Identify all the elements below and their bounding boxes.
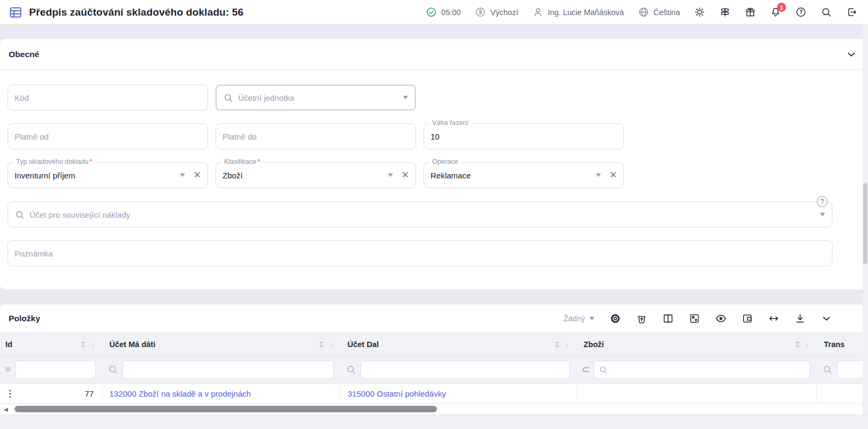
ucet-dal-link[interactable]: 315000 Ostatní pohledávky — [348, 389, 446, 398]
cell-trans — [817, 384, 868, 403]
table-row[interactable]: ⋮ 77 132000 Zboží na skladě a v prodejná… — [0, 384, 868, 404]
search-operator-icon[interactable] — [822, 364, 832, 375]
ucet-ma-dati-link[interactable]: 132000 Zboží na skladě a v prodejnách — [109, 389, 251, 398]
grid-settings-gear-icon[interactable] — [609, 313, 621, 324]
signpost-icon[interactable] — [719, 6, 731, 18]
typ-dokladu-field[interactable]: Typ skladového dokladu * Inventurní příj… — [8, 162, 208, 188]
gift-icon[interactable] — [745, 6, 756, 18]
items-section-title: Položky — [9, 314, 40, 323]
group-by-selector[interactable]: Žádný — [564, 314, 595, 323]
column-header-id[interactable]: Id Σ ⋮ — [0, 333, 102, 355]
trash-restore-icon[interactable] — [636, 313, 648, 324]
chevron-down-icon — [402, 95, 408, 100]
column-menu-icon[interactable]: ⋮ — [804, 340, 811, 349]
svg-text:$: $ — [479, 9, 482, 15]
vertical-scrollbar[interactable] — [863, 24, 868, 414]
visibility-eye-icon[interactable] — [715, 313, 727, 324]
session-timer: 05:00 — [426, 6, 461, 18]
collapse-general-chevron-icon[interactable] — [845, 49, 857, 60]
vertical-scrollbar-thumb[interactable] — [863, 183, 867, 264]
aggregate-sigma-icon[interactable]: Σ — [555, 340, 560, 349]
filter-cell-zbozi: ⊂ — [577, 356, 817, 383]
chevron-down-icon — [387, 173, 393, 177]
equals-operator-icon[interactable]: = — [5, 364, 11, 375]
page-title: Předpis zaúčtování skladového dokladu: 5… — [29, 6, 244, 18]
layout-squares-icon[interactable] — [689, 313, 700, 324]
fit-frame-icon[interactable] — [741, 313, 753, 324]
logout-icon[interactable] — [846, 6, 857, 18]
platne-od-field[interactable] — [8, 123, 208, 149]
vaha-razeni-input[interactable] — [430, 132, 617, 141]
pricing-profile-selector[interactable]: $ Výchozí — [475, 6, 518, 18]
cell-ucet-ma-dati: 132000 Zboží na skladě a v prodejnách — [102, 384, 341, 403]
aggregate-sigma-icon[interactable]: Σ — [795, 340, 800, 349]
user-icon — [532, 6, 544, 18]
horizontal-scrollbar-thumb[interactable] — [15, 406, 437, 412]
vaha-razeni-field[interactable]: Váha řazení — [423, 123, 624, 149]
download-icon[interactable] — [794, 313, 806, 324]
general-section: Obecné Účetní jednotka — [0, 39, 868, 289]
platne-do-input[interactable] — [223, 132, 409, 141]
column-header-trans[interactable]: Trans — [817, 333, 868, 355]
collapse-items-chevron-icon[interactable] — [821, 313, 832, 324]
field-help-icon[interactable]: ? — [817, 196, 828, 207]
poznamka-input[interactable] — [15, 249, 825, 258]
required-asterisk: * — [89, 158, 92, 165]
user-name: Ing. Lucie Maňásková — [548, 8, 624, 17]
arrows-horizontal-icon[interactable] — [768, 313, 780, 324]
aggregate-sigma-icon[interactable]: Σ — [319, 340, 324, 349]
clear-icon[interactable]: ✕ — [402, 171, 409, 179]
subset-operator-icon[interactable]: ⊂ — [582, 364, 589, 375]
column-header-ucet-ma-dati[interactable]: Účet Má dáti Σ ⋮ — [102, 333, 341, 355]
split-columns-icon[interactable] — [662, 313, 674, 324]
user-menu[interactable]: Ing. Lucie Maňásková — [532, 6, 624, 18]
table-header-row: Id Σ ⋮ Účet Má dáti Σ ⋮ Účet Dal Σ ⋮ Zbo… — [0, 333, 868, 356]
badge-dollar-icon: $ — [475, 6, 486, 18]
horizontal-scrollbar[interactable]: ◀ — [0, 404, 868, 414]
filter-input-ucet-dal[interactable] — [360, 361, 570, 379]
scroll-left-arrow-icon[interactable]: ◀ — [4, 406, 8, 412]
help-icon[interactable]: ? — [795, 6, 807, 18]
typ-dokladu-label: Typ skladového dokladu — [16, 158, 88, 165]
row-menu-kebab-icon[interactable]: ⋮ — [5, 388, 14, 399]
platne-od-input[interactable] — [15, 132, 201, 141]
kod-input[interactable] — [15, 93, 201, 102]
column-header-ucet-dal[interactable]: Účet Dal Σ ⋮ — [341, 333, 577, 355]
aggregate-sigma-icon[interactable]: Σ — [81, 340, 86, 349]
ucetni-jednotka-field[interactable]: Účetní jednotka — [216, 85, 416, 110]
chevron-down-icon — [595, 173, 601, 177]
chevron-down-icon — [589, 316, 595, 321]
language-value: Čeština — [654, 8, 680, 17]
filter-input-id[interactable] — [15, 361, 96, 379]
column-menu-icon[interactable]: ⋮ — [564, 340, 571, 349]
klasifikace-label: Klasifikace — [224, 158, 256, 165]
ucet-naklady-placeholder: Účet pro související náklady — [30, 210, 813, 219]
operace-value: Reklamace — [430, 171, 589, 180]
table-icon — [9, 5, 23, 19]
chevron-down-icon — [179, 173, 185, 177]
filter-input-ucet-ma-dati[interactable] — [122, 361, 334, 379]
clear-icon[interactable]: ✕ — [610, 171, 617, 179]
language-selector[interactable]: Čeština — [638, 6, 680, 18]
column-menu-icon[interactable]: ⋮ — [328, 340, 335, 349]
filter-input-zbozi[interactable] — [594, 361, 810, 379]
notifications-bell-icon[interactable]: 1 — [770, 6, 781, 18]
group-by-value: Žádný — [564, 314, 585, 323]
column-menu-icon[interactable]: ⋮ — [89, 340, 97, 349]
klasifikace-field[interactable]: Klasifikace * Zboží ✕ — [216, 162, 416, 188]
clear-icon[interactable]: ✕ — [194, 171, 201, 179]
search-icon[interactable] — [821, 6, 832, 18]
search-operator-icon[interactable] — [346, 364, 356, 375]
kod-field[interactable] — [8, 85, 208, 110]
globe-icon — [638, 6, 649, 18]
platne-do-field[interactable] — [216, 123, 416, 149]
klasifikace-value: Zboží — [223, 171, 381, 180]
filter-cell-ucet-ma-dati — [102, 356, 341, 383]
column-header-zbozi[interactable]: Zboží Σ ⋮ — [577, 333, 817, 355]
ucet-naklady-field[interactable]: Účet pro související náklady ? — [8, 202, 832, 227]
search-icon — [599, 365, 608, 374]
theme-brightness-icon[interactable] — [694, 6, 705, 18]
poznamka-field[interactable] — [8, 240, 832, 266]
search-operator-icon[interactable] — [108, 364, 118, 375]
operace-field[interactable]: Operace Reklamace ✕ — [423, 162, 624, 188]
